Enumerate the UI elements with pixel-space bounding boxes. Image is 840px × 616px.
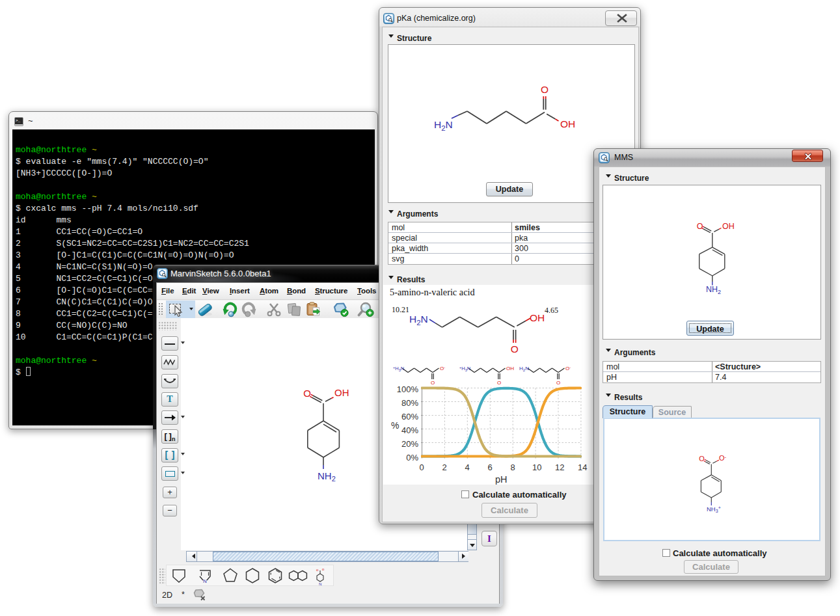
svg-text:O: O [511, 343, 519, 355]
svg-text:O-: O- [565, 366, 571, 372]
svg-text:O-: O- [719, 454, 727, 462]
svg-text:O: O [497, 380, 501, 386]
svg-text:+H3N: +H3N [393, 366, 404, 372]
svg-text:NH2: NH2 [318, 470, 336, 483]
svg-text:O: O [431, 380, 435, 386]
svg-text:H2N: H2N [409, 314, 428, 327]
svg-text:H2N: H2N [519, 366, 529, 372]
svg-text:OH: OH [506, 366, 514, 371]
svg-text:+H3N: +H3N [459, 366, 470, 372]
svg-text:O: O [541, 84, 549, 95]
svg-text:NH3+: NH3+ [707, 505, 721, 513]
svg-text:O: O [697, 222, 703, 231]
svg-text:O-: O- [440, 366, 445, 372]
svg-text:N: N [203, 578, 207, 584]
svg-text:NH2: NH2 [706, 285, 721, 295]
svg-text:O: O [303, 388, 311, 399]
svg-text:OH: OH [530, 312, 545, 323]
svg-text:o: o [322, 567, 325, 571]
svg-text:H2N: H2N [434, 119, 453, 132]
svg-text:O: O [699, 455, 705, 462]
svg-text:OH: OH [334, 387, 349, 398]
svg-text:OH: OH [722, 222, 735, 231]
svg-text:o: o [316, 568, 319, 572]
svg-text:O: O [556, 380, 560, 386]
svg-text:OH: OH [560, 118, 575, 129]
svg-text:N: N [319, 582, 321, 586]
